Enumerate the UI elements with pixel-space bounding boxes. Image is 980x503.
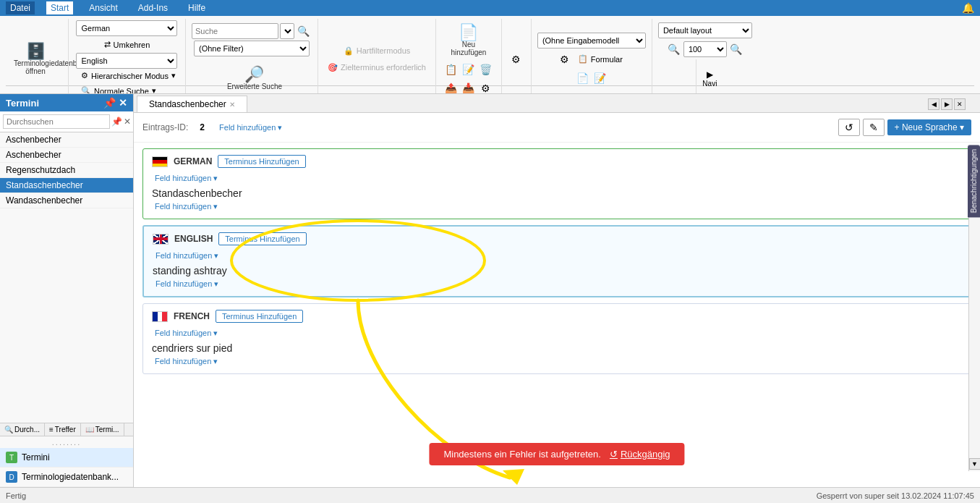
bearbeiten-icon2[interactable]: 📝 (461, 62, 477, 77)
rueckgaengig-button[interactable]: ↺ Rückgängig (610, 449, 670, 460)
bearbeiten-icon1[interactable]: 📋 (443, 62, 459, 77)
search-close-icon[interactable]: ✕ (124, 117, 131, 127)
tab-close-icon[interactable]: ✕ (229, 101, 235, 109)
eingabe-icon2[interactable]: 📄 (575, 70, 591, 86)
search-icon-button[interactable]: 🔍 (296, 23, 312, 39)
panel-pin-icon[interactable]: 📌 (103, 97, 116, 109)
menu-ansicht[interactable]: Ansicht (85, 1, 122, 14)
filter-icon: 🔒 (344, 46, 354, 56)
panel-close-icon[interactable]: ✕ (119, 97, 127, 109)
tab-durch[interactable]: 🔍 Durch... (0, 423, 45, 436)
term-item-3[interactable]: Regenschutzdach (0, 163, 133, 178)
source-language-select[interactable]: German (76, 20, 177, 36)
bearbeiten-icon4[interactable]: 📤 (443, 80, 459, 95)
filter-select[interactable]: (Ohne Filter) (194, 41, 310, 56)
menu-datei[interactable]: Datei (6, 1, 35, 14)
lang-block-german: GERMAN Terminus Hinzufügen Feld hinzufüg… (142, 148, 971, 219)
navi-button[interactable]: ▶ Navi (702, 69, 717, 88)
feld-hinzufuegen-de-top[interactable]: Feld hinzufügen ▾ (152, 172, 962, 185)
treffer-icon: ≡ (49, 426, 54, 434)
ribbon-group-eingabemodell: (Ohne Eingabemodell ⚙ 📋 Formular 📄 📝 Ein… (534, 19, 652, 94)
eingabemodell-select[interactable]: (Ohne Eingabemodell (537, 33, 646, 48)
neue-sprache-button[interactable]: + Neue Sprache ▾ (887, 119, 971, 135)
tab-treffer[interactable]: ≡ Treffer (45, 423, 81, 436)
term-item-1[interactable]: Aschenbecher (0, 132, 133, 148)
normal-search-button[interactable]: 🔍 Normale Suche ▾ (77, 84, 179, 94)
navi-icon: ▶ (707, 69, 713, 80)
hierarchical-mode-button[interactable]: ⚙ Hierarchischer Modus ▾ (77, 69, 179, 83)
durch-icon: 🔍 (4, 426, 13, 434)
tasks-icon[interactable]: ⚙ (508, 51, 524, 67)
lang-block-english: ENGLISH Terminus Hinzufügen Feld hinzufü… (142, 225, 971, 297)
ribbon-group-search: ▾ 🔍 (Ohne Filter) 🔎 Erweiterte Suche Suc… (189, 19, 318, 94)
term-item-2[interactable]: Aschenbecher (0, 148, 133, 163)
term-search-input[interactable] (3, 114, 110, 129)
hartfilter-button[interactable]: 🔒 Hartfiltermodus (340, 44, 414, 58)
panel-item-termini[interactable]: T Termini (0, 448, 133, 468)
term-item-4[interactable]: Standaschenbecher (0, 178, 133, 193)
feld-hinzufuegen-fr-bottom[interactable]: Feld hinzufügen ▾ (152, 355, 962, 368)
notification-bell-icon[interactable]: 🔔 (962, 2, 974, 14)
search-input[interactable] (192, 23, 278, 39)
term-french: cendriers sur pied (152, 339, 962, 355)
error-bar: Mindestens ein Fehler ist aufgetreten. ↺… (429, 443, 684, 465)
zielterminus-button[interactable]: 🎯 Zielterminus erforderlich (324, 61, 430, 75)
tab-termi[interactable]: 📖 Termi... (81, 423, 124, 436)
feld-hinzufuegen-fr-top[interactable]: Feld hinzufügen ▾ (152, 327, 962, 339)
terminus-hinzufuegen-en[interactable]: Terminus Hinzufügen (218, 232, 306, 245)
menu-addins[interactable]: Add-Ins (134, 1, 172, 14)
term-list: Aschenbecher Aschenbecher Regenschutzdac… (0, 132, 133, 423)
left-panel-header: Termini 📌 ✕ (0, 94, 133, 111)
undo-button[interactable]: ↺ (838, 119, 860, 136)
content-tab-standaschenbecher[interactable]: Standaschenbecher ✕ (137, 96, 247, 112)
zoom-select[interactable]: 100 (683, 41, 727, 57)
termbank-open-button[interactable]: 🗄️ Terminologiedatenbank öffnen (9, 41, 62, 77)
bearbeiten-icon5[interactable]: 📥 (461, 80, 477, 95)
search-box: 📌 ✕ (0, 111, 133, 132)
zoom-out-icon[interactable]: 🔍 (666, 41, 682, 57)
feld-hinzufuegen-en-bottom[interactable]: Feld hinzufügen ▾ (153, 278, 961, 290)
lang-block-french: FRENCH Terminus Hinzufügen Feld hinzufüg… (142, 303, 971, 374)
extended-search-button[interactable]: 🔎 Erweiterte Suche (222, 64, 287, 93)
neu-hinzufuegen-button[interactable]: 📄 Neu hinzufügen (442, 22, 495, 59)
termini-icon: T (6, 452, 17, 463)
scroll-down-button[interactable]: ▼ (969, 458, 981, 470)
target-language-select[interactable]: English (76, 53, 177, 69)
terminus-hinzufuegen-de[interactable]: Terminus Hinzufügen (218, 155, 305, 168)
term-item-5[interactable]: Wandaschenbecher (0, 193, 133, 208)
left-bottom: 🔍 Durch... ≡ Treffer 📖 Termi... ........… (0, 423, 133, 487)
panel-item-terminologie[interactable]: D Terminologiedatenbank... (0, 468, 133, 487)
menu-start[interactable]: Start (46, 1, 73, 14)
edit-button[interactable]: ✎ (863, 119, 885, 136)
eingabe-icon3[interactable]: 📝 (592, 70, 608, 86)
ribbon-group-anzeige: Default layout 🔍 100 🔍 ▶ Navi Anzeige (655, 19, 758, 94)
undo-icon: ↺ (610, 449, 618, 460)
tab-scroll-right-button[interactable]: ▶ (941, 98, 953, 110)
feld-hinzufuegen-de-bottom[interactable]: Feld hinzufügen ▾ (152, 200, 962, 213)
undo-label: Rückgängig (621, 449, 670, 460)
error-message: Mindestens ein Fehler ist aufgetreten. (443, 449, 601, 460)
bearbeiten-icon6[interactable]: ⚙ (478, 80, 494, 95)
ribbon-group-tasks: ⚙ Tas... (505, 19, 532, 94)
reverse-button[interactable]: ⇄ Umkehren (101, 38, 154, 51)
menu-hilfe[interactable]: Hilfe (184, 1, 210, 14)
tab-scroll-left-button[interactable]: ◀ (928, 98, 939, 110)
bearbeiten-icon3[interactable]: 🗑️ (478, 62, 494, 77)
feld-hinzufuegen-top[interactable]: Feld hinzufügen ▾ (216, 122, 285, 134)
feld-hinzufuegen-en-top[interactable]: Feld hinzufügen ▾ (153, 250, 961, 262)
term-german: Standaschenbecher (152, 185, 962, 200)
terminus-hinzufuegen-fr[interactable]: Terminus Hinzufügen (216, 310, 303, 323)
tab-close-all-button[interactable]: ✕ (954, 98, 966, 110)
search-pin-icon[interactable]: 📌 (111, 117, 122, 127)
formular-button[interactable]: 📋 Formular (574, 52, 626, 66)
zoom-in-icon[interactable]: 🔍 (728, 41, 744, 57)
hierarchy-icon: ⚙ (81, 71, 88, 80)
benachrichtigungen-tab[interactable]: Benachrichtigungen (968, 145, 980, 217)
eingabe-icon1[interactable]: ⚙ (557, 51, 573, 67)
search-mode-icon: 🔍 (81, 86, 91, 94)
right-content: Standaschenbecher ✕ ◀ ▶ ✕ Eintrags-ID: 2… (134, 94, 980, 487)
layout-select[interactable]: Default layout (658, 22, 752, 38)
formular-icon: 📋 (578, 54, 588, 64)
entry-area: Eintrags-ID: 2 Feld hinzufügen ▾ ↺ ✎ + N… (134, 113, 980, 143)
search-type-select[interactable]: ▾ (280, 23, 294, 39)
